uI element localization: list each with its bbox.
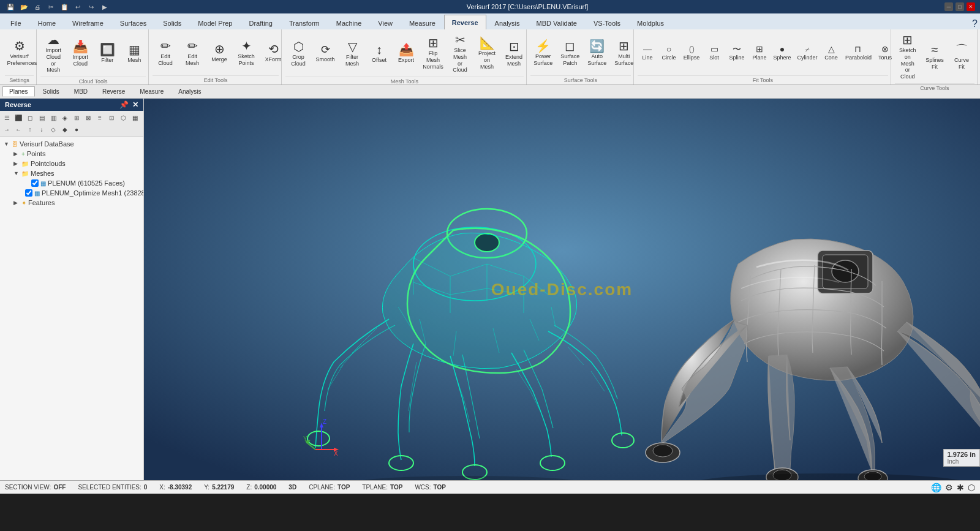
sidebar-tool-arrow-r[interactable]: → [1, 124, 12, 135]
tab-moldplus[interactable]: Moldplus [629, 16, 672, 29]
tab-surfaces[interactable]: Surfaces [112, 16, 154, 29]
minimize-button[interactable]: ─ [944, 2, 953, 11]
tab-view[interactable]: View [370, 16, 401, 29]
merge-button[interactable]: ⊕ Merge [206, 40, 232, 65]
maximize-button[interactable]: □ [956, 2, 964, 11]
close-button[interactable]: ✕ [967, 2, 975, 11]
paste-icon[interactable]: 📋 [59, 1, 70, 12]
tab-home[interactable]: Home [30, 16, 64, 29]
cut-icon[interactable]: ✂ [45, 1, 56, 12]
spline-fit-button[interactable]: 〜 Spline [726, 42, 748, 63]
sidebar-tool-diamond[interactable]: ◇ [48, 124, 59, 135]
cone-fit-button[interactable]: △ Cone [821, 42, 841, 63]
sub-tab-mbd[interactable]: MBD [67, 86, 94, 97]
tree-root-expand[interactable]: ▼ [4, 141, 10, 147]
tree-features[interactable]: ▶ ✦ Features [1, 198, 142, 208]
import-cloud-or-mesh-button[interactable]: ☁ Import Cloudor Mesh [40, 31, 66, 75]
sub-tab-planes[interactable]: Planes [2, 86, 35, 97]
paraboloid-fit-button[interactable]: ⊓ Paraboloid [843, 42, 872, 63]
tab-mbd-validate[interactable]: MBD Validate [529, 16, 585, 29]
redo-icon[interactable]: ↪ [86, 1, 97, 12]
tab-solids[interactable]: Solids [155, 16, 189, 29]
sidebar-tool-cols[interactable]: ▥ [48, 112, 59, 123]
tab-model-prep[interactable]: Model Prep [190, 16, 240, 29]
status-gear-icon[interactable]: ⚙ [945, 483, 953, 492]
tab-transform[interactable]: Transform [281, 16, 328, 29]
tree-root[interactable]: ▼ 🗄 Verisurf DataBase [1, 139, 142, 149]
sidebar-tool-outline[interactable]: ◻ [24, 112, 36, 123]
sidebar-tool-lines[interactable]: ≡ [94, 112, 105, 123]
surface-patch-button[interactable]: ◻ SurfacePatch [557, 37, 583, 69]
sidebar-tool-grid[interactable]: ⬛ [13, 112, 24, 123]
tree-plenum-optimize-checkbox[interactable] [25, 189, 32, 197]
tree-plenum-optimize[interactable]: ▦ PLENUM_Optimize Mesh1 (23828 Faces) [1, 188, 142, 198]
filter-button[interactable]: 🔲 Filter [94, 40, 120, 66]
sidebar-tool-add[interactable]: ⊞ [71, 112, 82, 123]
splines-fit-button[interactable]: ≈ SplinesFit [922, 40, 948, 72]
tab-machine[interactable]: Machine [328, 16, 370, 29]
crop-cloud-button[interactable]: ⬡ CropCloud [285, 37, 311, 69]
filter-mesh-button[interactable]: ▽ FilterMesh [339, 37, 365, 69]
flip-mesh-normals-button[interactable]: ⊞ Flip MeshNormals [420, 34, 446, 72]
sidebar-tool-select[interactable]: ◈ [59, 112, 70, 123]
power-surface-button[interactable]: ⚡ PowerSurface [530, 37, 556, 69]
extend-mesh-button[interactable]: ⊡ ExtendMesh [501, 37, 527, 69]
sketch-points-button[interactable]: ✦ SketchPoints [233, 37, 259, 69]
ellipse-fit-button[interactable]: ⬯ Ellipse [680, 42, 703, 63]
save-icon[interactable]: 💾 [5, 1, 16, 12]
tab-vs-tools[interactable]: VS-Tools [586, 16, 628, 29]
sub-tab-measure[interactable]: Measure [133, 86, 170, 97]
sphere-fit-button[interactable]: ● Sphere [771, 42, 793, 63]
tree-meshes-expand[interactable]: ▼ [13, 170, 20, 176]
tree-points-expand[interactable]: ▶ [13, 151, 20, 157]
smooth-button[interactable]: ⟳ Smooth [312, 41, 338, 65]
edit-cloud-button[interactable]: ✏ EditCloud [153, 37, 178, 69]
sidebar-tool-diamond2[interactable]: ◆ [59, 124, 70, 135]
tab-analysis[interactable]: Analysis [487, 16, 528, 29]
verisurf-preferences-button[interactable]: ⚙ VerisurfPreferences [5, 37, 34, 69]
sketch-on-mesh-button[interactable]: ⊞ Sketch onMesh or Cloud [895, 31, 921, 82]
slice-mesh-button[interactable]: ✂ Slice Meshor Cloud [447, 31, 473, 75]
help-icon[interactable]: ? [972, 18, 978, 29]
project-on-mesh-button[interactable]: 📐 Projecton Mesh [474, 34, 500, 72]
sidebar-tool-block[interactable]: ⊡ [106, 112, 117, 123]
sidebar-tool-mesh2[interactable]: ▦ [129, 112, 140, 123]
export-button[interactable]: 📤 Export [393, 40, 419, 66]
sidebar-tool-arrow-d[interactable]: ↓ [36, 124, 47, 135]
slot-fit-button[interactable]: ▭ Slot [704, 42, 724, 63]
sidebar-tool-remove[interactable]: ⊠ [83, 112, 94, 123]
plane-fit-button[interactable]: ⊞ Plane [750, 42, 769, 63]
offset-button[interactable]: ↕ Offset [366, 40, 392, 66]
print-icon[interactable]: 🖨 [32, 1, 43, 12]
tree-points[interactable]: ▶ + Points [1, 149, 142, 159]
cylinder-fit-button[interactable]: ⌿ Cylinder [795, 42, 820, 63]
sidebar-tool-list[interactable]: ☰ [1, 112, 12, 123]
run-icon[interactable]: ▶ [99, 1, 110, 12]
auto-surface-button[interactable]: 🔄 AutoSurface [584, 37, 610, 69]
tree-features-expand[interactable]: ▶ [13, 200, 20, 206]
multi-surface-button[interactable]: ⊞ MultiSurface [611, 37, 637, 69]
sidebar-pin-icon[interactable]: 📌 [119, 100, 129, 109]
xform-button[interactable]: ⟲ XForm [260, 40, 286, 65]
open-icon[interactable]: 📂 [18, 1, 29, 12]
line-fit-button[interactable]: — Line [638, 42, 657, 63]
viewport[interactable]: Oued-Disc.com Z X Y 1.9726 in Inch [144, 99, 980, 480]
sidebar-tool-hex[interactable]: ⬡ [118, 112, 129, 123]
tab-drafting[interactable]: Drafting [241, 16, 281, 29]
tree-plenum-checkbox[interactable] [31, 179, 39, 187]
tab-file[interactable]: File [2, 16, 29, 29]
status-star-icon[interactable]: ✱ [957, 483, 964, 492]
sidebar-tool-rows[interactable]: ▤ [36, 112, 47, 123]
import-cloud-button[interactable]: 📥 ImportCloud [67, 37, 93, 69]
sub-tab-reverse[interactable]: Reverse [96, 86, 132, 97]
sub-tab-analysis[interactable]: Analysis [172, 86, 208, 97]
tree-pointclouds[interactable]: ▶ 📁 Pointclouds [1, 159, 142, 168]
curve-fit-button[interactable]: ⌒ CurveFit [949, 40, 974, 72]
sub-tab-solids[interactable]: Solids [36, 86, 66, 97]
sidebar-tool-circle[interactable]: ● [71, 124, 82, 135]
sidebar-close-icon[interactable]: ✕ [132, 100, 138, 109]
sidebar-tool-arrow-u[interactable]: ↑ [24, 124, 36, 135]
sidebar-tool-arrow-l[interactable]: ← [13, 124, 24, 135]
status-globe-icon[interactable]: 🌐 [931, 483, 941, 492]
tree-meshes[interactable]: ▼ 📁 Meshes [1, 168, 142, 178]
